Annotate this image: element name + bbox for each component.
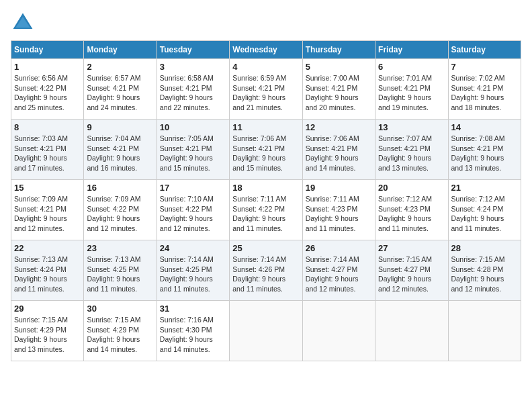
calendar-cell: 23Sunrise: 7:13 AMSunset: 4:25 PMDayligh… xyxy=(84,240,157,301)
day-number: 10 xyxy=(160,122,226,132)
day-number: 30 xyxy=(87,304,153,314)
calendar-cell: 21Sunrise: 7:12 AMSunset: 4:24 PMDayligh… xyxy=(448,180,521,240)
calendar-cell: 20Sunrise: 7:12 AMSunset: 4:23 PMDayligh… xyxy=(375,180,448,240)
day-info: Sunrise: 7:15 AMSunset: 4:29 PMDaylight:… xyxy=(87,315,153,355)
day-number: 15 xyxy=(14,183,81,193)
calendar-week-row: 8Sunrise: 7:03 AMSunset: 4:21 PMDaylight… xyxy=(11,120,521,180)
day-info: Sunrise: 7:06 AMSunset: 4:21 PMDaylight:… xyxy=(306,134,372,173)
day-number: 24 xyxy=(160,243,226,253)
day-number: 21 xyxy=(451,183,518,193)
calendar-cell: 15Sunrise: 7:09 AMSunset: 4:21 PMDayligh… xyxy=(11,180,84,240)
calendar-cell: 26Sunrise: 7:14 AMSunset: 4:27 PMDayligh… xyxy=(302,240,375,301)
day-info: Sunrise: 7:07 AMSunset: 4:21 PMDaylight:… xyxy=(378,134,445,173)
day-info: Sunrise: 6:57 AMSunset: 4:21 PMDaylight:… xyxy=(87,73,153,113)
day-info: Sunrise: 7:04 AMSunset: 4:21 PMDaylight:… xyxy=(87,134,153,173)
day-info: Sunrise: 7:08 AMSunset: 4:21 PMDaylight:… xyxy=(451,134,518,173)
page-header xyxy=(11,11,521,35)
calendar-cell: 10Sunrise: 7:05 AMSunset: 4:21 PMDayligh… xyxy=(157,120,229,180)
calendar-header-cell: Saturday xyxy=(448,41,521,59)
day-number: 29 xyxy=(14,304,81,314)
day-number: 22 xyxy=(14,243,81,253)
calendar-cell: 3Sunrise: 6:58 AMSunset: 4:21 PMDaylight… xyxy=(157,59,229,120)
day-info: Sunrise: 6:58 AMSunset: 4:21 PMDaylight:… xyxy=(160,73,226,113)
calendar-cell xyxy=(448,301,521,361)
calendar-body: 1Sunrise: 6:56 AMSunset: 4:22 PMDaylight… xyxy=(11,59,521,361)
day-number: 7 xyxy=(451,62,518,72)
day-info: Sunrise: 6:59 AMSunset: 4:21 PMDaylight:… xyxy=(232,73,299,113)
day-number: 5 xyxy=(306,62,372,72)
day-info: Sunrise: 7:03 AMSunset: 4:21 PMDaylight:… xyxy=(14,134,81,173)
day-number: 8 xyxy=(14,122,81,132)
calendar-table: SundayMondayTuesdayWednesdayThursdayFrid… xyxy=(11,40,521,361)
day-info: Sunrise: 7:09 AMSunset: 4:21 PMDaylight:… xyxy=(14,194,81,234)
calendar-cell: 24Sunrise: 7:14 AMSunset: 4:25 PMDayligh… xyxy=(157,240,229,301)
day-number: 31 xyxy=(160,304,226,314)
calendar-cell: 28Sunrise: 7:15 AMSunset: 4:28 PMDayligh… xyxy=(448,240,521,301)
day-info: Sunrise: 7:09 AMSunset: 4:22 PMDaylight:… xyxy=(87,194,153,234)
day-info: Sunrise: 7:11 AMSunset: 4:23 PMDaylight:… xyxy=(306,194,372,234)
day-number: 14 xyxy=(451,122,518,132)
day-info: Sunrise: 7:14 AMSunset: 4:26 PMDaylight:… xyxy=(232,255,299,294)
calendar-header-cell: Friday xyxy=(375,41,448,59)
calendar-cell: 17Sunrise: 7:10 AMSunset: 4:22 PMDayligh… xyxy=(157,180,229,240)
calendar-header-cell: Tuesday xyxy=(157,41,229,59)
calendar-header-cell: Wednesday xyxy=(230,41,302,59)
calendar-cell: 25Sunrise: 7:14 AMSunset: 4:26 PMDayligh… xyxy=(230,240,302,301)
day-number: 3 xyxy=(160,62,226,72)
day-info: Sunrise: 7:06 AMSunset: 4:21 PMDaylight:… xyxy=(232,134,299,173)
day-number: 9 xyxy=(87,122,153,132)
day-number: 6 xyxy=(378,62,445,72)
day-info: Sunrise: 7:15 AMSunset: 4:29 PMDaylight:… xyxy=(14,315,81,355)
day-number: 20 xyxy=(378,183,445,193)
day-number: 4 xyxy=(232,62,299,72)
day-number: 19 xyxy=(306,183,372,193)
day-info: Sunrise: 7:05 AMSunset: 4:21 PMDaylight:… xyxy=(160,134,226,173)
calendar-cell: 7Sunrise: 7:02 AMSunset: 4:21 PMDaylight… xyxy=(448,59,521,120)
calendar-week-row: 1Sunrise: 6:56 AMSunset: 4:22 PMDaylight… xyxy=(11,59,521,120)
day-info: Sunrise: 7:12 AMSunset: 4:23 PMDaylight:… xyxy=(378,194,445,234)
day-number: 26 xyxy=(306,243,372,253)
calendar-header-cell: Monday xyxy=(84,41,157,59)
logo xyxy=(11,11,38,35)
day-info: Sunrise: 7:01 AMSunset: 4:21 PMDaylight:… xyxy=(378,73,445,113)
day-info: Sunrise: 6:56 AMSunset: 4:22 PMDaylight:… xyxy=(14,73,81,113)
calendar-cell: 14Sunrise: 7:08 AMSunset: 4:21 PMDayligh… xyxy=(448,120,521,180)
calendar-header-cell: Thursday xyxy=(302,41,375,59)
day-number: 11 xyxy=(232,122,299,132)
calendar-cell xyxy=(230,301,302,361)
day-info: Sunrise: 7:14 AMSunset: 4:25 PMDaylight:… xyxy=(160,255,226,294)
day-number: 18 xyxy=(232,183,299,193)
day-info: Sunrise: 7:12 AMSunset: 4:24 PMDaylight:… xyxy=(451,194,518,234)
day-number: 2 xyxy=(87,62,153,72)
day-info: Sunrise: 7:10 AMSunset: 4:22 PMDaylight:… xyxy=(160,194,226,234)
calendar-cell xyxy=(375,301,448,361)
calendar-cell: 16Sunrise: 7:09 AMSunset: 4:22 PMDayligh… xyxy=(84,180,157,240)
day-number: 23 xyxy=(87,243,153,253)
calendar-cell: 9Sunrise: 7:04 AMSunset: 4:21 PMDaylight… xyxy=(84,120,157,180)
calendar-cell: 13Sunrise: 7:07 AMSunset: 4:21 PMDayligh… xyxy=(375,120,448,180)
calendar-header-row: SundayMondayTuesdayWednesdayThursdayFrid… xyxy=(11,41,521,59)
day-number: 1 xyxy=(14,62,81,72)
calendar-week-row: 29Sunrise: 7:15 AMSunset: 4:29 PMDayligh… xyxy=(11,301,521,361)
calendar-cell: 8Sunrise: 7:03 AMSunset: 4:21 PMDaylight… xyxy=(11,120,84,180)
calendar-cell: 18Sunrise: 7:11 AMSunset: 4:22 PMDayligh… xyxy=(230,180,302,240)
calendar-week-row: 22Sunrise: 7:13 AMSunset: 4:24 PMDayligh… xyxy=(11,240,521,301)
day-number: 16 xyxy=(87,183,153,193)
day-number: 13 xyxy=(378,122,445,132)
calendar-cell: 27Sunrise: 7:15 AMSunset: 4:27 PMDayligh… xyxy=(375,240,448,301)
day-number: 27 xyxy=(378,243,445,253)
calendar-cell: 30Sunrise: 7:15 AMSunset: 4:29 PMDayligh… xyxy=(84,301,157,361)
day-number: 25 xyxy=(232,243,299,253)
calendar-header-cell: Sunday xyxy=(11,41,84,59)
day-number: 12 xyxy=(306,122,372,132)
day-number: 17 xyxy=(160,183,226,193)
day-info: Sunrise: 7:13 AMSunset: 4:24 PMDaylight:… xyxy=(14,255,81,294)
calendar-cell: 22Sunrise: 7:13 AMSunset: 4:24 PMDayligh… xyxy=(11,240,84,301)
calendar-cell xyxy=(302,301,375,361)
day-info: Sunrise: 7:02 AMSunset: 4:21 PMDaylight:… xyxy=(451,73,518,113)
day-info: Sunrise: 7:11 AMSunset: 4:22 PMDaylight:… xyxy=(232,194,299,234)
calendar-cell: 4Sunrise: 6:59 AMSunset: 4:21 PMDaylight… xyxy=(230,59,302,120)
day-info: Sunrise: 7:15 AMSunset: 4:28 PMDaylight:… xyxy=(451,255,518,294)
day-info: Sunrise: 7:13 AMSunset: 4:25 PMDaylight:… xyxy=(87,255,153,294)
day-info: Sunrise: 7:15 AMSunset: 4:27 PMDaylight:… xyxy=(378,255,445,294)
